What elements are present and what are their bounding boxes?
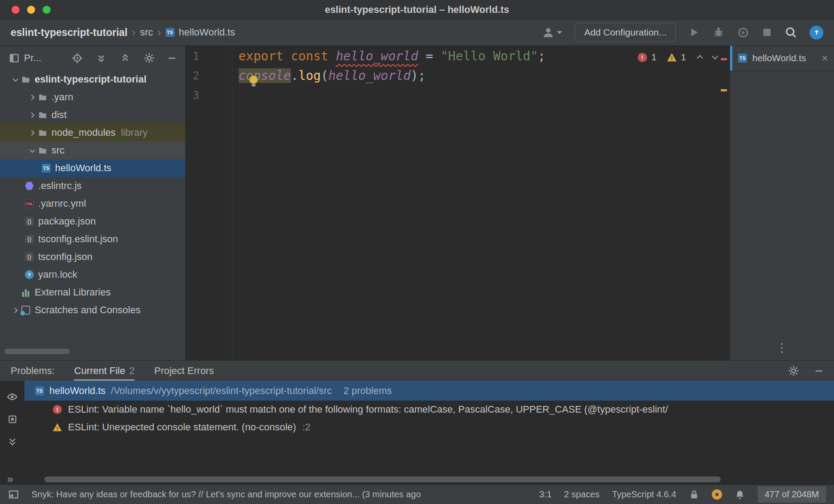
caret-position[interactable]: 3:1 bbox=[539, 489, 552, 500]
editor-tab-helloworld[interactable]: TS helloWorld.ts × bbox=[730, 46, 834, 71]
code-line-1[interactable]: export const hello_world = "Hello World"… bbox=[232, 47, 545, 66]
breadcrumb-dir[interactable]: src bbox=[140, 27, 153, 38]
problem-item-warning[interactable]: ! ESLint: Unexpected console statement. … bbox=[24, 418, 834, 436]
tree-item-yarn-folder[interactable]: .yarn bbox=[0, 88, 185, 106]
token-punct: . bbox=[291, 68, 298, 83]
typescript-file-icon: TS bbox=[42, 164, 51, 173]
project-tree: eslint-typescript-tutorial .yarn dist no… bbox=[0, 71, 185, 360]
line-number: 1 bbox=[186, 47, 232, 66]
settings-gear-icon[interactable] bbox=[788, 365, 799, 377]
error-icon: ! bbox=[53, 405, 62, 414]
close-window-button[interactable] bbox=[12, 6, 20, 14]
chevron-right-icon bbox=[12, 307, 18, 313]
more-options-icon[interactable]: ⋮ bbox=[776, 341, 788, 355]
tree-item-src-folder[interactable]: src bbox=[0, 142, 185, 159]
locate-file-icon[interactable] bbox=[71, 52, 83, 64]
chevron-down-icon bbox=[12, 76, 18, 82]
typescript-version[interactable]: TypeScript 4.6.4 bbox=[612, 489, 676, 500]
zoom-window-button[interactable] bbox=[43, 6, 51, 14]
tree-item-tsconfig-eslint-json[interactable]: {} tsconfig.eslint.json bbox=[0, 230, 185, 248]
expand-all-icon[interactable] bbox=[7, 436, 18, 447]
view-options-eye-icon[interactable] bbox=[7, 391, 18, 402]
warning-count: 1 bbox=[681, 52, 686, 63]
libraries-icon bbox=[21, 288, 30, 297]
hide-panel-icon[interactable] bbox=[167, 54, 176, 63]
code-line-2[interactable]: console.log(hello_world); bbox=[232, 66, 545, 86]
eslint-file-icon bbox=[25, 181, 34, 190]
tree-item-dist-folder[interactable]: dist bbox=[0, 106, 185, 124]
tab-label: helloWorld.ts bbox=[752, 53, 806, 63]
code-editor[interactable]: 1 2 3 export const hello_world = "Hello … bbox=[186, 46, 730, 360]
problems-list: TS helloWorld.ts /Volumes/v/yytypescript… bbox=[24, 381, 834, 475]
tree-item-node-modules[interactable]: node_modules library root bbox=[0, 124, 185, 142]
memory-indicator[interactable]: 477 of 2048M bbox=[758, 486, 826, 503]
tree-item-yarnrc[interactable]: YML .yarnrc.yml bbox=[0, 195, 185, 213]
hidden-toolbar-chevrons[interactable]: » bbox=[7, 473, 13, 485]
settings-gear-icon[interactable] bbox=[143, 52, 155, 64]
tool-window-toggle-icon[interactable] bbox=[8, 489, 19, 500]
user-menu[interactable] bbox=[542, 27, 562, 39]
close-icon[interactable]: × bbox=[822, 53, 828, 63]
previous-problem-icon[interactable] bbox=[697, 55, 703, 61]
scratches-icon bbox=[21, 306, 30, 315]
indent-setting[interactable]: 2 spaces bbox=[564, 489, 600, 500]
debug-button[interactable] bbox=[712, 26, 725, 39]
tool-window-icon bbox=[9, 53, 20, 63]
chevron-down-icon bbox=[29, 147, 35, 153]
problem-count-badge: 2 bbox=[129, 365, 135, 377]
active-tab-indicator bbox=[730, 46, 732, 71]
tree-item-yarn-lock[interactable]: Y yarn.lock bbox=[0, 266, 185, 284]
minimize-window-button[interactable] bbox=[27, 6, 35, 14]
editor-tab-strip: TS helloWorld.ts × ⋮ bbox=[730, 46, 834, 360]
add-configuration-button[interactable]: Add Configuration... bbox=[575, 23, 676, 42]
token-punct: ; bbox=[538, 49, 545, 63]
project-horizontal-scrollbar[interactable] bbox=[4, 349, 70, 354]
project-panel: Pr... bbox=[0, 46, 186, 360]
project-panel-title[interactable]: Pr... bbox=[24, 52, 41, 64]
lock-icon[interactable] bbox=[689, 489, 699, 500]
tab-project-errors[interactable]: Project Errors bbox=[154, 361, 214, 381]
search-everywhere-button[interactable] bbox=[785, 26, 797, 39]
warning-stripe-mark[interactable] bbox=[721, 89, 727, 91]
tree-item-external-libraries[interactable]: External Libraries bbox=[0, 284, 185, 301]
status-bar: Snyk: Have any ideas or feedback for us?… bbox=[0, 484, 834, 504]
tree-item-package-json[interactable]: {} package.json bbox=[0, 213, 185, 230]
snyk-status-icon[interactable] bbox=[712, 489, 722, 500]
expand-all-icon[interactable] bbox=[95, 52, 107, 64]
error-stripe-mark[interactable] bbox=[721, 58, 727, 60]
hide-panel-icon[interactable] bbox=[814, 366, 823, 375]
tree-item-scratches[interactable]: Scratches and Consoles bbox=[0, 301, 185, 319]
intention-bulb-icon[interactable] bbox=[247, 74, 260, 87]
problem-item-error[interactable]: ! ESLint: Variable name `hello_world` mu… bbox=[24, 401, 834, 418]
json-file-icon: {} bbox=[25, 252, 34, 261]
problems-file-row[interactable]: TS helloWorld.ts /Volumes/v/yytypescript… bbox=[24, 381, 834, 401]
update-available-button[interactable] bbox=[810, 26, 823, 39]
token-variable: hello_world bbox=[328, 68, 410, 83]
run-button[interactable] bbox=[688, 27, 700, 38]
horizontal-scrollbar[interactable] bbox=[44, 476, 721, 482]
tab-current-file[interactable]: Current File 2 bbox=[74, 361, 135, 381]
tree-item-helloworld-ts[interactable]: TS helloWorld.ts bbox=[0, 159, 185, 177]
status-message[interactable]: Snyk: Have any ideas or feedback for us?… bbox=[32, 489, 527, 500]
error-icon: ! bbox=[638, 53, 647, 62]
code-line-3[interactable] bbox=[232, 86, 545, 105]
folder-icon bbox=[21, 75, 30, 84]
next-problem-icon[interactable] bbox=[712, 53, 718, 59]
chevron-right-icon bbox=[29, 112, 35, 118]
collapse-all-icon[interactable] bbox=[119, 52, 131, 64]
run-with-coverage-button[interactable] bbox=[737, 27, 749, 39]
warning-icon: ! bbox=[667, 53, 676, 62]
tree-item-eslintrc[interactable]: .eslintrc.js bbox=[0, 177, 185, 195]
code-area[interactable]: export const hello_world = "Hello World"… bbox=[232, 46, 545, 360]
token-variable-error: hello_world bbox=[336, 49, 418, 63]
tree-item-tsconfig-json[interactable]: {} tsconfig.json bbox=[0, 248, 185, 266]
problems-header: Problems: Current File 2 Project Errors bbox=[0, 360, 834, 381]
user-icon bbox=[542, 27, 554, 39]
tree-item-project-root[interactable]: eslint-typescript-tutorial bbox=[0, 71, 185, 88]
group-by-icon[interactable] bbox=[7, 414, 18, 425]
breadcrumb-file[interactable]: helloWorld.ts bbox=[179, 27, 235, 38]
inspections-widget[interactable]: ! 1 ! 1 bbox=[638, 52, 716, 63]
notifications-bell-icon[interactable] bbox=[735, 489, 745, 500]
stop-button[interactable] bbox=[762, 27, 772, 38]
breadcrumb-project[interactable]: eslint-typescript-tutorial bbox=[11, 27, 127, 39]
